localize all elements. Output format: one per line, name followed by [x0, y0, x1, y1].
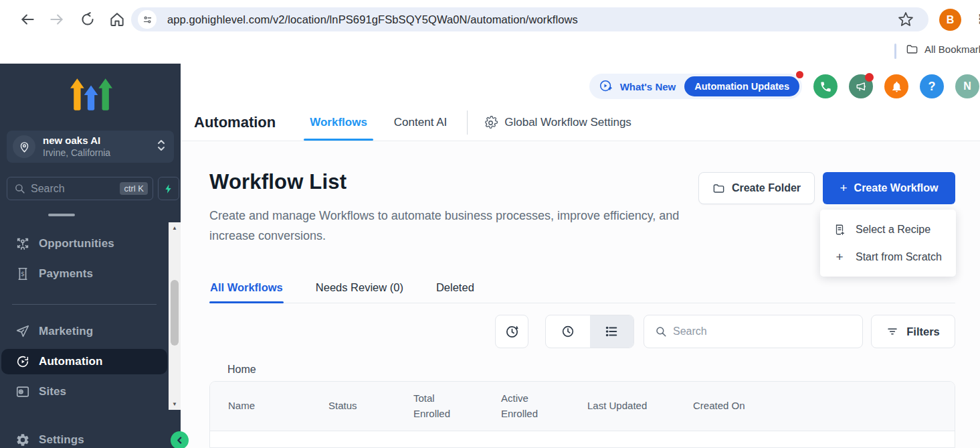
scroll-down-arrow[interactable]: ▼ [169, 398, 181, 410]
sidebar-item-label: Sites [39, 385, 66, 398]
tab-label: All Workflows [210, 281, 283, 293]
notification-dot [796, 71, 803, 78]
create-workflow-menu: Select a Recipe + Start from Scratch [820, 210, 956, 277]
sidebar-search[interactable]: ctrl K [7, 177, 153, 200]
sidebar-item-sites[interactable]: Sites [1, 379, 167, 404]
reload-icon[interactable] [79, 11, 96, 28]
chevron-up-down-icon [157, 138, 166, 155]
sidebar-item-label: Automation [39, 355, 102, 368]
clock-icon [561, 324, 575, 339]
url-text[interactable]: app.gohighlevel.com/v2/location/lnPS691g… [167, 13, 898, 26]
forward-icon[interactable] [48, 11, 66, 28]
marketing-icon [15, 323, 31, 340]
scrollbar-thumb[interactable] [171, 280, 179, 346]
history-clock-icon [504, 324, 520, 340]
sidebar-item-marketing[interactable]: Marketing [1, 319, 167, 344]
create-folder-button[interactable]: Create Folder [698, 172, 815, 204]
sidebar-item-settings[interactable]: Settings [1, 427, 167, 448]
sidebar-item-label: Opportunities [39, 237, 114, 250]
menu-item-label: Select a Recipe [856, 224, 930, 236]
tab-label: Needs Review (0) [316, 281, 403, 293]
browser-menu-icon[interactable]: ⋮ [974, 11, 980, 27]
recipe-icon [834, 224, 846, 236]
workflow-search[interactable] [644, 315, 863, 348]
sidebar-search-input[interactable] [31, 183, 120, 195]
list-view-toggle[interactable] [590, 315, 634, 348]
location-text: new oaks AI Irvine, California [43, 135, 157, 159]
phone-button[interactable] [813, 74, 838, 98]
svg-text:$: $ [21, 270, 25, 277]
tab-workflows[interactable]: Workflows [304, 104, 373, 141]
filters-button[interactable]: Filters [871, 315, 955, 348]
view-toggle-group [545, 315, 634, 348]
sidebar-item-payments[interactable]: $ Payments [1, 261, 167, 287]
column-header-last-updated: Last Updated [587, 398, 693, 414]
location-selector[interactable]: new oaks AI Irvine, California [7, 131, 174, 163]
header-divider [467, 110, 468, 135]
notification-dot [865, 73, 874, 82]
browser-profile-avatar[interactable]: B [939, 9, 961, 31]
sidebar-collapse-button[interactable] [171, 431, 189, 448]
menu-item-label: Start from Scratch [856, 251, 942, 263]
announcements-button[interactable] [849, 74, 873, 98]
automation-icon [15, 354, 31, 370]
sidebar-item-automation[interactable]: Automation [1, 349, 167, 374]
global-workflow-settings-link[interactable]: Global Workflow Settings [484, 116, 631, 130]
all-bookmarks-button[interactable]: All Bookmarks [906, 43, 980, 56]
sidebar-item-label: Marketing [39, 325, 93, 338]
sidebar-item-opportunities[interactable]: Opportunities [1, 231, 167, 256]
global-workflow-settings-label: Global Workflow Settings [504, 116, 631, 129]
tab-content-ai[interactable]: Content AI [388, 104, 453, 141]
tab-active-underline [304, 139, 373, 141]
sidebar-item-label: Payments [39, 267, 93, 281]
notifications-button[interactable] [884, 74, 908, 98]
tab-needs-review[interactable]: Needs Review (0) [315, 275, 404, 303]
folder-icon [712, 182, 725, 195]
sidebar-scrollbar[interactable]: ▲ ▼ [169, 222, 181, 410]
home-icon[interactable] [108, 11, 126, 28]
bookmark-star-icon[interactable] [898, 11, 914, 27]
menu-item-select-recipe[interactable]: Select a Recipe [820, 216, 956, 243]
partial-menu-item [48, 214, 75, 216]
main-content: Workflow List Create and manage Workflow… [181, 142, 980, 448]
tab-all-workflows[interactable]: All Workflows [209, 275, 284, 303]
location-pin-icon [13, 135, 35, 158]
recent-view-toggle[interactable] [546, 315, 590, 348]
menu-item-start-from-scratch[interactable]: + Start from Scratch [820, 243, 956, 271]
tab-deleted[interactable]: Deleted [435, 275, 475, 303]
create-workflow-label: Create Workflow [854, 182, 939, 194]
scroll-up-arrow[interactable]: ▲ [169, 222, 181, 234]
sidebar-divider [12, 304, 157, 305]
table-header-row: Name Status Total Enrolled Active Enroll… [210, 382, 955, 431]
search-icon [655, 325, 667, 338]
column-header-active-enrolled: Active Enrolled [501, 391, 587, 421]
list-icon [604, 324, 619, 339]
chevron-left-icon [175, 436, 184, 445]
site-info-icon[interactable] [138, 10, 157, 29]
workflow-search-input[interactable] [673, 325, 862, 338]
user-avatar[interactable]: N [955, 74, 979, 98]
automation-updates-badge[interactable]: Automation Updates [684, 76, 799, 96]
whats-new-pill[interactable]: What's New Automation Updates [589, 74, 802, 99]
column-header-created-on: Created On [693, 398, 745, 414]
create-workflow-button[interactable]: + Create Workflow [823, 172, 955, 204]
payments-icon: $ [15, 266, 31, 282]
search-icon [14, 183, 25, 194]
megaphone-icon [855, 80, 868, 93]
gohighlevel-logo [68, 76, 112, 116]
location-name: new oaks AI [43, 135, 157, 147]
history-button[interactable] [495, 315, 528, 348]
folder-icon [906, 43, 918, 56]
search-shortcut-badge: ctrl K [120, 182, 148, 195]
address-bar[interactable]: app.gohighlevel.com/v2/location/lnPS691g… [131, 7, 928, 31]
sidebar-item-label: Settings [39, 433, 84, 447]
help-button[interactable]: ? [920, 74, 944, 98]
tab-content-ai-label: Content AI [394, 116, 447, 129]
back-icon[interactable] [19, 11, 36, 28]
column-header-status: Status [328, 398, 413, 414]
whats-new-label: What's New [620, 81, 676, 92]
quick-actions-button[interactable] [158, 177, 179, 200]
gear-icon [484, 116, 498, 130]
breadcrumb-home[interactable]: Home [227, 364, 256, 376]
app-header: What's New Automation Updates ? N Automa… [181, 64, 980, 141]
